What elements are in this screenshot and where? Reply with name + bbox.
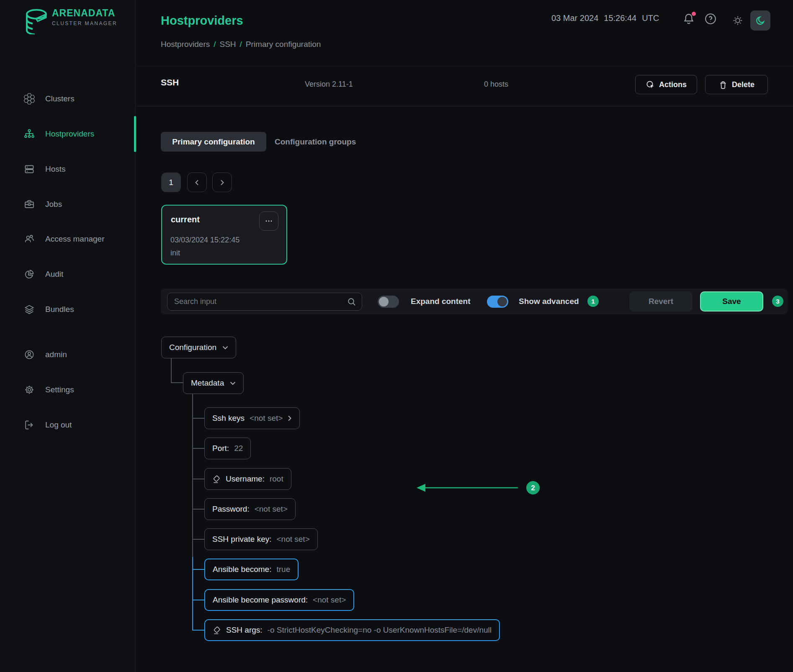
field-value: -o StrictHostKeyChecking=no -o UserKnown…: [268, 626, 492, 635]
expand-content-label: Expand content: [411, 288, 471, 314]
sidebar-item-label: Access manager: [45, 234, 105, 244]
tree-branch-modified: [192, 569, 204, 570]
tree-item-ssh-args[interactable]: SSH args: -o StrictHostKeyChecking=no -o…: [204, 619, 500, 641]
tree-branch: [192, 539, 204, 540]
light-theme-sun-icon[interactable]: [732, 15, 744, 26]
field-label: Ansible become:: [213, 565, 271, 574]
chevron-right-icon: [288, 415, 292, 421]
sidebar-item-label: admin: [45, 350, 67, 359]
dark-theme-moon-button[interactable]: [750, 10, 770, 31]
eraser-icon: [213, 626, 221, 635]
field-label: Ansible become password:: [213, 595, 308, 605]
revert-button[interactable]: Revert: [629, 291, 693, 312]
brand-subtitle: CLUSTER MANAGER: [52, 21, 117, 26]
tree-item-port[interactable]: Port: 22: [204, 438, 251, 459]
card-more-button[interactable]: [259, 211, 278, 231]
tree-item-ssh-keys[interactable]: Ssh keys <not set>: [204, 407, 300, 429]
breadcrumb-separator: /: [214, 40, 216, 49]
actions-button[interactable]: Actions: [635, 75, 697, 94]
sidebar-item-label: Settings: [45, 385, 74, 394]
actions-button-label: Actions: [659, 80, 687, 89]
sidebar-item-bundles[interactable]: Bundles: [0, 298, 136, 321]
sidebar-item-clusters[interactable]: Clusters: [0, 87, 136, 111]
sidebar-item-jobs[interactable]: Jobs: [0, 193, 136, 216]
brand-logo[interactable]: ARENADATA CLUSTER MANAGER: [24, 8, 117, 34]
tree-node-label: Metadata: [191, 378, 224, 388]
tree-item-ssh-private-key[interactable]: SSH private key: <not set>: [204, 528, 318, 550]
pagination-next-button[interactable]: [212, 173, 232, 192]
notification-dot: [692, 12, 696, 16]
bundles-icon: [23, 304, 35, 315]
sidebar-item-logout[interactable]: Log out: [0, 413, 136, 437]
time-text: 15:26:44: [604, 13, 636, 23]
sidebar-item-hosts[interactable]: Hosts: [0, 157, 136, 181]
pagination-prev-button[interactable]: [187, 173, 207, 192]
sidebar-item-audit[interactable]: Audit: [0, 263, 136, 286]
datetime: 03 Mar 2024 15:26:44 UTC: [551, 13, 659, 23]
field-value: <not set>: [255, 505, 288, 514]
entity-bar-divider: [136, 106, 793, 106]
sidebar-item-settings[interactable]: Settings: [0, 378, 136, 402]
page-number: 1: [169, 178, 173, 187]
tree-connector-modified: [192, 557, 193, 631]
sidebar-active-indicator: [134, 116, 136, 152]
delete-button-label: Delete: [732, 80, 754, 89]
tree-item-ansible-become-password[interactable]: Ansible become password: <not set>: [204, 589, 354, 611]
sidebar-item-label: Jobs: [45, 200, 62, 209]
brand-text: ARENADATA CLUSTER MANAGER: [52, 8, 117, 26]
pagination-page-1[interactable]: 1: [161, 173, 181, 192]
date-text: 03 Mar 2024: [551, 13, 598, 23]
annotation-badge-2: 2: [531, 484, 535, 492]
entity-name: SSH: [161, 77, 179, 88]
tree-item-username[interactable]: Username: root: [204, 468, 291, 490]
sidebar-item-admin[interactable]: admin: [0, 343, 136, 366]
logout-icon: [23, 419, 35, 431]
sidebar-item-access-manager[interactable]: Access manager: [0, 227, 136, 251]
chevron-down-icon: [222, 346, 228, 350]
field-label: SSH private key:: [212, 535, 272, 544]
user-icon: [23, 349, 35, 360]
breadcrumb-ssh[interactable]: SSH: [220, 40, 236, 49]
delete-button[interactable]: Delete: [705, 75, 768, 94]
field-value: <not set>: [250, 414, 283, 423]
breadcrumb: Hostproviders / SSH / Primary configurat…: [161, 40, 321, 49]
save-button[interactable]: Save: [700, 291, 763, 312]
field-value: <not set>: [313, 595, 346, 605]
expand-content-toggle[interactable]: [378, 296, 399, 308]
tree-branch: [192, 509, 204, 510]
sidebar-item-hostproviders[interactable]: Hostproviders: [0, 122, 136, 146]
chevron-down-icon: [230, 381, 236, 385]
annotation-badge-1: 1: [587, 296, 599, 307]
ellipsis-icon: [265, 220, 273, 222]
breadcrumb-hostproviders[interactable]: Hostproviders: [161, 40, 210, 49]
tree-branch-modified: [192, 600, 204, 600]
chevron-right-icon: [219, 180, 225, 185]
eraser-icon: [212, 475, 221, 484]
annotation-arrow-2: 2: [412, 480, 543, 496]
search-input[interactable]: [167, 293, 362, 310]
field-label: SSH args:: [226, 626, 263, 635]
show-advanced-toggle[interactable]: [487, 296, 508, 308]
page-title: Hostproviders: [161, 14, 243, 28]
config-version-card[interactable]: current 03/03/2024 15:22:45 init: [161, 205, 287, 265]
tree-item-password[interactable]: Password: <not set>: [204, 498, 296, 520]
sidebar-item-label: Hosts: [45, 165, 66, 174]
search-field: [167, 293, 362, 311]
field-value: 22: [234, 444, 243, 453]
help-icon[interactable]: [704, 12, 717, 26]
tree-item-ansible-become[interactable]: Ansible become: true: [204, 559, 299, 580]
tab-label: Primary configuration: [172, 137, 255, 147]
sidebar-item-label: Clusters: [45, 94, 75, 103]
tree-node-label: Configuration: [169, 343, 216, 352]
tab-primary-configuration[interactable]: Primary configuration: [161, 132, 266, 152]
tree-node-configuration[interactable]: Configuration: [161, 337, 236, 358]
tree-node-metadata[interactable]: Metadata: [183, 372, 244, 394]
timezone-text: UTC: [642, 13, 659, 23]
tab-configuration-groups[interactable]: Configuration groups: [275, 132, 356, 152]
jobs-icon: [23, 198, 35, 210]
field-value: root: [270, 474, 283, 484]
annotation-badge-3: 3: [772, 296, 783, 307]
field-label: Ssh keys: [212, 414, 245, 423]
tree-branch-modified: [192, 630, 204, 631]
sidebar-item-label: Bundles: [45, 305, 74, 314]
